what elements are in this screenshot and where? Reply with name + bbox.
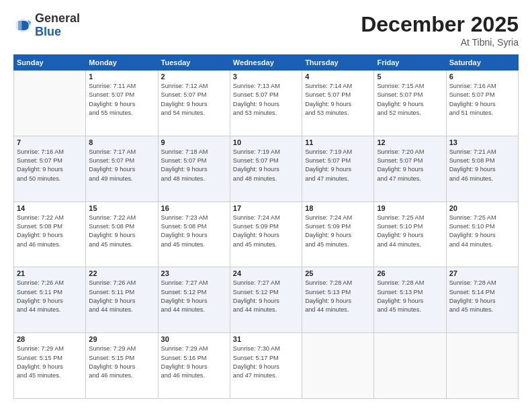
day-info: Sunrise: 7:17 AMSunset: 5:07 PMDaylight:… (89, 148, 154, 183)
day-info: Sunrise: 7:27 AMSunset: 5:12 PMDaylight:… (233, 279, 299, 314)
col-monday: Monday (86, 55, 158, 71)
day-number: 24 (233, 269, 299, 277)
day-number: 29 (89, 335, 154, 343)
calendar-week-row: 21Sunrise: 7:26 AMSunset: 5:11 PMDayligh… (14, 267, 519, 333)
day-number: 5 (377, 73, 443, 81)
table-row: 8Sunrise: 7:17 AMSunset: 5:07 PMDaylight… (86, 136, 158, 201)
day-info: Sunrise: 7:22 AMSunset: 5:08 PMDaylight:… (17, 214, 83, 249)
day-info: Sunrise: 7:21 AMSunset: 5:08 PMDaylight:… (449, 148, 515, 183)
table-row (14, 71, 86, 136)
header: General Blue December 2025 At Tibni, Syr… (13, 12, 519, 48)
day-number: 15 (89, 204, 154, 212)
day-info: Sunrise: 7:14 AMSunset: 5:07 PMDaylight:… (305, 82, 371, 118)
logo: General Blue (13, 12, 80, 39)
table-row: 26Sunrise: 7:28 AMSunset: 5:13 PMDayligh… (374, 267, 446, 333)
table-row (446, 333, 518, 399)
day-info: Sunrise: 7:20 AMSunset: 5:07 PMDaylight:… (377, 148, 443, 183)
day-info: Sunrise: 7:30 AMSunset: 5:17 PMDaylight:… (233, 345, 299, 380)
table-row: 16Sunrise: 7:23 AMSunset: 5:08 PMDayligh… (158, 201, 230, 267)
day-info: Sunrise: 7:22 AMSunset: 5:08 PMDaylight:… (89, 214, 154, 249)
day-info: Sunrise: 7:25 AMSunset: 5:10 PMDaylight:… (449, 214, 515, 249)
day-info: Sunrise: 7:19 AMSunset: 5:07 PMDaylight:… (233, 148, 299, 183)
location: At Tibni, Syria (361, 37, 519, 48)
logo-general-text: General (35, 12, 80, 26)
day-number: 23 (161, 269, 227, 277)
day-number: 6 (449, 73, 515, 81)
day-info: Sunrise: 7:16 AMSunset: 5:07 PMDaylight:… (17, 148, 83, 183)
day-info: Sunrise: 7:28 AMSunset: 5:13 PMDaylight:… (377, 279, 443, 314)
table-row: 29Sunrise: 7:29 AMSunset: 5:15 PMDayligh… (86, 333, 158, 399)
table-row: 1Sunrise: 7:11 AMSunset: 5:07 PMDaylight… (86, 71, 158, 136)
table-row: 31Sunrise: 7:30 AMSunset: 5:17 PMDayligh… (230, 333, 302, 399)
day-info: Sunrise: 7:27 AMSunset: 5:12 PMDaylight:… (161, 279, 227, 314)
logo-text: General Blue (35, 12, 80, 39)
table-row: 11Sunrise: 7:19 AMSunset: 5:07 PMDayligh… (302, 136, 374, 201)
day-info: Sunrise: 7:26 AMSunset: 5:11 PMDaylight:… (17, 279, 83, 314)
day-number: 20 (449, 204, 515, 212)
day-number: 4 (305, 73, 371, 81)
table-row: 15Sunrise: 7:22 AMSunset: 5:08 PMDayligh… (86, 201, 158, 267)
table-row: 10Sunrise: 7:19 AMSunset: 5:07 PMDayligh… (230, 136, 302, 201)
table-row: 25Sunrise: 7:28 AMSunset: 5:13 PMDayligh… (302, 267, 374, 333)
day-info: Sunrise: 7:29 AMSunset: 5:15 PMDaylight:… (17, 345, 83, 380)
day-number: 3 (233, 73, 299, 81)
col-sunday: Sunday (14, 55, 86, 71)
table-row: 19Sunrise: 7:25 AMSunset: 5:10 PMDayligh… (374, 201, 446, 267)
calendar-table: Sunday Monday Tuesday Wednesday Thursday… (13, 54, 519, 399)
day-number: 17 (233, 204, 299, 212)
day-number: 11 (305, 138, 371, 146)
logo-icon (13, 16, 32, 35)
day-number: 30 (161, 335, 227, 343)
table-row (302, 333, 374, 399)
calendar-week-row: 14Sunrise: 7:22 AMSunset: 5:08 PMDayligh… (14, 201, 519, 267)
day-info: Sunrise: 7:29 AMSunset: 5:15 PMDaylight:… (89, 345, 154, 380)
day-number: 31 (233, 335, 299, 343)
title-block: December 2025 At Tibni, Syria (361, 12, 519, 48)
table-row: 23Sunrise: 7:27 AMSunset: 5:12 PMDayligh… (158, 267, 230, 333)
table-row: 9Sunrise: 7:18 AMSunset: 5:07 PMDaylight… (158, 136, 230, 201)
table-row: 2Sunrise: 7:12 AMSunset: 5:07 PMDaylight… (158, 71, 230, 136)
day-number: 10 (233, 138, 299, 146)
calendar-week-row: 7Sunrise: 7:16 AMSunset: 5:07 PMDaylight… (14, 136, 519, 201)
day-number: 19 (377, 204, 443, 212)
page: General Blue December 2025 At Tibni, Syr… (0, 0, 532, 411)
day-info: Sunrise: 7:28 AMSunset: 5:13 PMDaylight:… (305, 279, 371, 314)
logo-blue-text: Blue (35, 26, 80, 39)
col-thursday: Thursday (302, 55, 374, 71)
day-info: Sunrise: 7:18 AMSunset: 5:07 PMDaylight:… (161, 148, 227, 183)
col-wednesday: Wednesday (230, 55, 302, 71)
day-number: 14 (17, 204, 83, 212)
day-number: 7 (17, 138, 83, 146)
table-row: 4Sunrise: 7:14 AMSunset: 5:07 PMDaylight… (302, 71, 374, 136)
day-number: 12 (377, 138, 443, 146)
table-row: 18Sunrise: 7:24 AMSunset: 5:09 PMDayligh… (302, 201, 374, 267)
day-number: 8 (89, 138, 154, 146)
day-info: Sunrise: 7:24 AMSunset: 5:09 PMDaylight:… (305, 214, 371, 249)
day-number: 22 (89, 269, 154, 277)
day-number: 2 (161, 73, 227, 81)
table-row: 24Sunrise: 7:27 AMSunset: 5:12 PMDayligh… (230, 267, 302, 333)
month-title: December 2025 (361, 12, 519, 37)
table-row: 22Sunrise: 7:26 AMSunset: 5:11 PMDayligh… (86, 267, 158, 333)
day-info: Sunrise: 7:29 AMSunset: 5:16 PMDaylight:… (161, 345, 227, 380)
calendar-week-row: 28Sunrise: 7:29 AMSunset: 5:15 PMDayligh… (14, 333, 519, 399)
day-info: Sunrise: 7:28 AMSunset: 5:14 PMDaylight:… (449, 279, 515, 314)
day-number: 21 (17, 269, 83, 277)
day-info: Sunrise: 7:24 AMSunset: 5:09 PMDaylight:… (233, 214, 299, 249)
table-row: 14Sunrise: 7:22 AMSunset: 5:08 PMDayligh… (14, 201, 86, 267)
col-saturday: Saturday (446, 55, 518, 71)
day-number: 16 (161, 204, 227, 212)
day-number: 9 (161, 138, 227, 146)
table-row: 7Sunrise: 7:16 AMSunset: 5:07 PMDaylight… (14, 136, 86, 201)
col-tuesday: Tuesday (158, 55, 230, 71)
day-number: 27 (449, 269, 515, 277)
table-row: 28Sunrise: 7:29 AMSunset: 5:15 PMDayligh… (14, 333, 86, 399)
day-info: Sunrise: 7:12 AMSunset: 5:07 PMDaylight:… (161, 82, 227, 118)
day-info: Sunrise: 7:15 AMSunset: 5:07 PMDaylight:… (377, 82, 443, 118)
day-number: 25 (305, 269, 371, 277)
table-row: 17Sunrise: 7:24 AMSunset: 5:09 PMDayligh… (230, 201, 302, 267)
calendar-header-row: Sunday Monday Tuesday Wednesday Thursday… (14, 55, 519, 71)
day-info: Sunrise: 7:23 AMSunset: 5:08 PMDaylight:… (161, 214, 227, 249)
table-row: 5Sunrise: 7:15 AMSunset: 5:07 PMDaylight… (374, 71, 446, 136)
day-info: Sunrise: 7:16 AMSunset: 5:07 PMDaylight:… (449, 82, 515, 118)
